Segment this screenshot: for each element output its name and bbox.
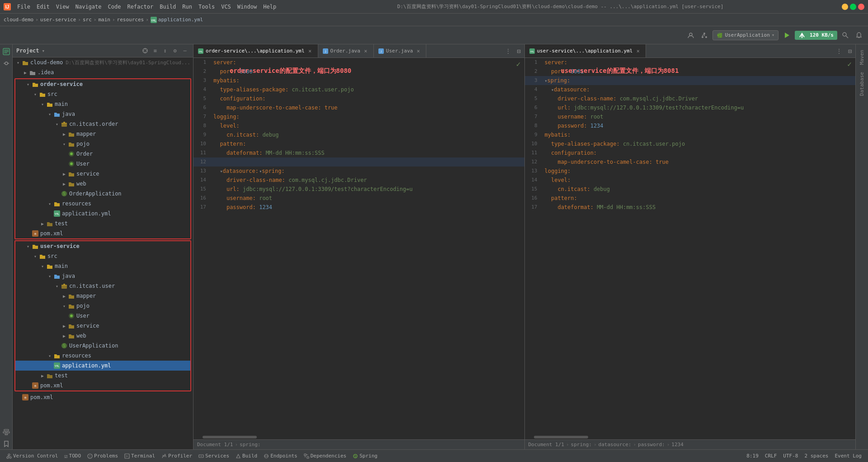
charset-status[interactable]: UTF-8	[780, 452, 801, 460]
left-tab-close[interactable]: ×	[307, 48, 313, 54]
search-everywhere-button[interactable]	[840, 30, 851, 41]
tree-order-test[interactable]: ▶ test	[15, 219, 190, 229]
tree-user-test[interactable]: ▶ test	[15, 371, 190, 381]
breadcrumb-user-service[interactable]: user-service	[40, 17, 76, 23]
tree-user-web[interactable]: ▶ web	[15, 331, 190, 341]
problems-status[interactable]: ! Problems	[85, 452, 121, 460]
tree-order-class[interactable]: Order	[15, 149, 190, 159]
tree-root[interactable]: ▾ cloud-demo D:\百度网盘资料\学习资料\day01-Spring…	[13, 57, 193, 67]
build-status[interactable]: Build	[233, 452, 260, 460]
right-tab-close[interactable]: ×	[635, 48, 641, 54]
git-icon-btn[interactable]	[699, 30, 710, 41]
split-button[interactable]: ⊟	[514, 44, 524, 57]
tree-user-src[interactable]: ▾ src	[15, 251, 190, 261]
tree-order-package[interactable]: ▾ cn.itcast.order	[15, 119, 190, 129]
left-tab-order-java[interactable]: J Order.java ×	[318, 44, 374, 57]
left-h-scrollbar[interactable]	[193, 435, 524, 439]
tree-user-app-yml[interactable]: YML application.yml	[15, 361, 190, 371]
structure-sidebar-icon[interactable]	[1, 427, 12, 438]
tree-order-service[interactable]: ▾ order-service	[15, 79, 190, 89]
left-tab-more[interactable]: ⋮	[503, 44, 514, 57]
tree-user-mapper[interactable]: ▶ mapper	[15, 291, 190, 301]
indent-status[interactable]: 2 spaces	[802, 452, 831, 460]
menu-edit[interactable]: Edit	[34, 3, 52, 11]
maximize-button[interactable]	[850, 4, 856, 10]
terminal-status[interactable]: >_ Terminal	[122, 452, 158, 460]
tree-user-pom[interactable]: m pom.xml	[15, 381, 190, 391]
tree-user-pojo[interactable]: ▾ pojo	[15, 301, 190, 311]
menu-help[interactable]: Help	[260, 3, 279, 11]
tree-order-pojo[interactable]: ▾ pojo	[15, 139, 190, 149]
right-split-button[interactable]: ⊟	[844, 44, 855, 57]
menu-vcs[interactable]: VCS	[218, 3, 234, 11]
tree-order-application[interactable]: S OrderApplication	[15, 189, 190, 199]
tree-user-application[interactable]: S UserApplication	[15, 341, 190, 351]
project-sidebar-icon[interactable]	[1, 46, 12, 57]
close-button[interactable]	[858, 4, 864, 10]
tree-user-class[interactable]: User	[15, 311, 190, 321]
tree-order-main[interactable]: ▾ main	[15, 99, 190, 109]
profile-icon-btn[interactable]	[685, 30, 696, 41]
bookmarks-sidebar-icon[interactable]	[1, 438, 12, 449]
hide-panel-btn[interactable]: —	[180, 46, 189, 55]
database-sidebar-label[interactable]: Database	[857, 68, 867, 100]
maven-sidebar-label[interactable]: Maven	[857, 46, 867, 68]
tree-order-web[interactable]: ▶ web	[15, 179, 190, 189]
settings-btn[interactable]: ⚙	[170, 46, 179, 55]
minimize-button[interactable]	[842, 4, 848, 10]
tree-order-resources[interactable]: ▾ resources	[15, 199, 190, 209]
tree-user-package[interactable]: ▾ cn.itcast.user	[15, 281, 190, 291]
sort-btn[interactable]: ↕	[160, 46, 170, 55]
breadcrumb-resources[interactable]: resources	[117, 17, 144, 23]
right-code-editor[interactable]: user-service的配置文件，端口为8081 ✓ 1 server: 2 …	[525, 58, 856, 435]
left-tab-order-java-close[interactable]: ×	[363, 48, 369, 54]
tree-order-service-folder[interactable]: ▶ service	[15, 169, 190, 179]
breadcrumb-cloud-demo[interactable]: cloud-demo	[4, 17, 33, 23]
menu-code[interactable]: Code	[105, 3, 124, 11]
collapse-all-btn[interactable]: ≡	[151, 46, 160, 55]
menu-file[interactable]: File	[14, 3, 33, 11]
tree-root-pom[interactable]: m pom.xml	[13, 392, 193, 402]
notifications-button[interactable]	[854, 30, 864, 41]
left-tab-user-java[interactable]: J User.java ×	[374, 44, 427, 57]
line-endings-status[interactable]: CRLF	[762, 452, 780, 460]
endpoints-status[interactable]: Endpoints	[261, 452, 300, 460]
breadcrumb-application-yml[interactable]: application.yml	[158, 17, 203, 23]
menu-build[interactable]: Build	[157, 3, 179, 11]
tree-order-mapper[interactable]: ▶ mapper	[15, 129, 190, 139]
dependencies-status[interactable]: Dependencies	[301, 452, 349, 460]
tree-user-resources[interactable]: ▾ resources	[15, 351, 190, 361]
right-tab-more[interactable]: ⋮	[834, 44, 844, 57]
spring-status[interactable]: S Spring	[350, 452, 380, 460]
tree-user-service[interactable]: ▾ user-service	[15, 241, 190, 251]
breadcrumb-src[interactable]: src	[83, 17, 92, 23]
breadcrumb-main[interactable]: main	[98, 17, 110, 23]
tree-user-main[interactable]: ▾ main	[15, 261, 190, 271]
services-status[interactable]: Services	[196, 452, 232, 460]
menu-navigate[interactable]: Navigate	[73, 3, 104, 11]
left-tab-user-java-close[interactable]: ×	[415, 48, 421, 54]
run-button[interactable]	[781, 30, 792, 41]
right-scroll-thumb[interactable]	[534, 436, 588, 438]
tree-user-service-folder[interactable]: ▶ service	[15, 321, 190, 331]
menu-refactor[interactable]: Refactor	[124, 3, 156, 11]
event-log-status[interactable]: Event Log	[832, 452, 864, 460]
menu-view[interactable]: View	[53, 3, 72, 11]
right-tab-active[interactable]: YML user-service\...\application.yml ×	[525, 44, 646, 57]
tree-idea[interactable]: ▶ .idea	[13, 67, 193, 77]
run-config-button[interactable]: 🌿 UserApplication ▾	[712, 30, 778, 40]
menu-run[interactable]: Run	[179, 3, 195, 11]
todo-status[interactable]: ☑ TODO	[61, 452, 84, 460]
commit-sidebar-icon[interactable]	[1, 58, 12, 69]
tree-order-pom[interactable]: m pom.xml	[15, 229, 190, 238]
left-tab-active[interactable]: YML order-service\...\application.yml ×	[193, 44, 318, 57]
tree-order-java[interactable]: ▾ java	[15, 109, 190, 119]
left-code-editor[interactable]: order-service的配置文件，端口为8080 ✓ 1 server: 2…	[193, 58, 524, 435]
profiler-status[interactable]: Profiler	[159, 452, 195, 460]
menu-window[interactable]: Window	[235, 3, 259, 11]
tree-order-user-class[interactable]: User	[15, 159, 190, 169]
menu-tools[interactable]: Tools	[196, 3, 217, 11]
version-control-status[interactable]: Version Control	[4, 452, 61, 460]
tree-order-src[interactable]: ▾ src	[15, 89, 190, 99]
tree-user-java[interactable]: ▾ java	[15, 271, 190, 281]
